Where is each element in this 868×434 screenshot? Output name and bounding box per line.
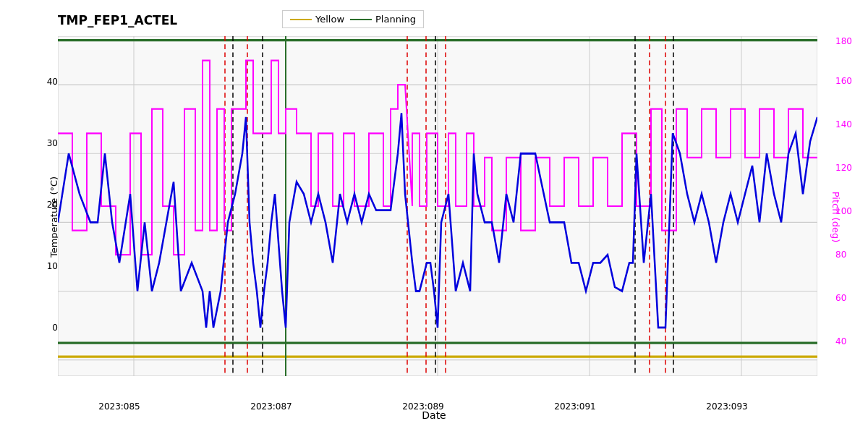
x-tick-091: 2023:091 <box>554 401 596 412</box>
chart-title: TMP_FEP1_ACTEL <box>58 13 177 27</box>
y-right-tick-160: 160 <box>835 76 852 86</box>
y-right-label: Pitch (deg) <box>830 192 841 242</box>
planning-legend-line <box>350 19 372 20</box>
legend-yellow: Yellow <box>290 14 344 25</box>
y-tick-10: 10 <box>47 261 58 271</box>
planning-label: Planning <box>375 14 416 25</box>
y-tick-20: 20 <box>47 200 58 210</box>
chart-svg <box>58 36 817 376</box>
y-right-tick-120: 120 <box>835 163 852 173</box>
y-tick-40: 40 <box>47 77 58 87</box>
chart-container: TMP_FEP1_ACTEL Yellow Planning Temperatu… <box>0 0 868 434</box>
y-right-tick-100: 100 <box>835 206 852 216</box>
x-tick-085: 2023:085 <box>98 401 140 412</box>
yellow-label: Yellow <box>315 14 344 25</box>
y-right-tick-140: 140 <box>835 119 852 129</box>
y-tick-0: 0 <box>52 323 58 333</box>
yellow-legend-line <box>290 19 312 20</box>
y-right-tick-40: 40 <box>835 336 846 346</box>
x-tick-089: 2023:089 <box>402 401 444 412</box>
x-tick-093: 2023:093 <box>706 401 748 412</box>
y-right-tick-80: 80 <box>835 250 846 260</box>
legend-planning: Planning <box>350 14 416 25</box>
x-tick-087: 2023:087 <box>250 401 292 412</box>
legend: Yellow Planning <box>282 10 424 28</box>
y-right-tick-60: 60 <box>835 293 846 303</box>
y-tick-30: 30 <box>47 138 58 148</box>
y-right-tick-180: 180 <box>835 36 852 46</box>
